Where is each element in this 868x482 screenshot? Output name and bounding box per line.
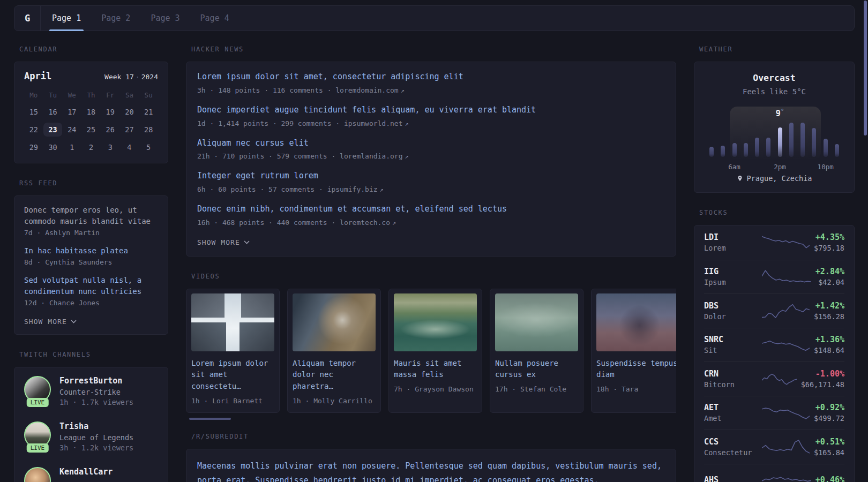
rss-item-title[interactable]: Sed volutpat nulla nisl, a condimentum n… [24, 275, 158, 297]
video-title[interactable]: Nullam posuere cursus ex [495, 358, 578, 381]
calendar-year: 2024 [141, 73, 158, 81]
video-meta: 17h · Stefan Cole [495, 385, 578, 393]
calendar-month: April [24, 71, 51, 81]
stock-sparkline [762, 336, 810, 353]
video-title[interactable]: Lorem ipsum dolor sit amet consectetu… [191, 358, 274, 393]
weather-bar [721, 146, 725, 157]
rss-item-title[interactable]: Donec tempor eros leo, ut commodo mauris… [24, 205, 158, 227]
stock-row[interactable]: CRN Bitcorn -1.00% $66,171.48 [704, 362, 844, 396]
weather-hourly-chart: 9° 9° 9° [709, 108, 839, 157]
rss-item-meta: 8d · Cynthia Saunders [24, 258, 158, 266]
stock-change: +2.84% [815, 267, 844, 276]
stock-row[interactable]: IIG Ipsum +2.84% $42.04 [704, 260, 844, 294]
external-link-icon: ↗ [403, 120, 409, 127]
twitch-channel-row: LIVE KendallCarr [24, 467, 158, 482]
stock-sparkline [762, 302, 810, 319]
hacker-news-item-title[interactable]: Donec imperdiet augue tincidunt felis al… [197, 105, 665, 115]
weather-bar [824, 139, 828, 157]
stock-ticker: IIG [704, 267, 758, 276]
stock-row[interactable]: LDI Lorem +4.35% $795.18 [704, 225, 844, 260]
stock-sparkline [762, 268, 811, 285]
weather-temp-value: 9 [776, 109, 781, 118]
rss-item-title[interactable]: In hac habitasse platea [24, 245, 158, 257]
calendar-day: 19 [101, 105, 120, 119]
stock-row[interactable]: SNRC Sit +1.36% $148.64 [704, 328, 844, 362]
twitch-widget-label: TWITCH CHANNELS [19, 351, 168, 358]
stock-row[interactable]: AHS +0.46% [704, 464, 844, 482]
subreddit-post-title[interactable]: Maecenas mollis pulvinar erat non posuer… [197, 459, 665, 482]
stock-identity: CCS Consectetur [704, 437, 758, 457]
external-link-icon: ↗ [390, 219, 396, 227]
stock-sparkline [762, 234, 810, 251]
weather-hour-label: 2pm [774, 163, 786, 171]
calendar-weekday: Sa [120, 89, 139, 101]
twitch-channel-meta: 1h · 1.7k viewers [59, 398, 133, 406]
page-tabs: Page 1 Page 2 Page 3 Page 4 [41, 6, 240, 31]
twitch-channel-name[interactable]: ForrestBurton [59, 376, 133, 386]
hacker-news-item-title[interactable]: Donec enim nibh, condimentum et accumsan… [197, 204, 665, 214]
hacker-news-item-title[interactable]: Aliquam nec cursus elit [197, 138, 665, 148]
video-title[interactable]: Suspendisse tempus diam [596, 358, 676, 381]
twitch-avatar[interactable]: LIVE [24, 376, 51, 403]
page-scrollbar-thumb[interactable] [864, 1, 867, 135]
video-card[interactable]: Mauris sit amet massa felis 7h · Grayson… [388, 289, 482, 413]
videos-widget-label: VIDEOS [191, 273, 676, 280]
video-title[interactable]: Mauris sit amet massa felis [394, 358, 477, 381]
weather-bar [732, 143, 737, 157]
rss-widget-label: RSS FEED [19, 179, 168, 187]
twitch-channel-name[interactable]: KendallCarr [59, 467, 113, 477]
stocks-card: LDI Lorem +4.35% $795.18 [694, 225, 855, 482]
twitch-avatar[interactable]: LIVE [24, 421, 51, 448]
videos-scrollbar-thumb[interactable] [189, 418, 231, 420]
stock-price: $499.72 [814, 414, 844, 423]
stock-ticker: CRN [704, 369, 758, 379]
hacker-news-show-more-button[interactable]: SHOW MORE [197, 238, 250, 246]
nav-tab[interactable]: Page 3 [140, 6, 190, 31]
stock-row[interactable]: AET Amet +0.92% $499.72 [704, 396, 844, 430]
stock-price: $42.04 [815, 278, 844, 287]
video-card[interactable]: Lorem ipsum dolor sit amet consectetu… 1… [186, 289, 280, 413]
calendar-day: 29 [24, 140, 43, 154]
stock-identity: CRN Bitcorn [704, 369, 758, 389]
hacker-news-item-title[interactable]: Lorem ipsum dolor sit amet, consectetur … [197, 72, 665, 82]
calendar-weekday: Mo [24, 89, 43, 101]
stock-price: $148.64 [814, 346, 844, 355]
calendar-day: 15 [24, 105, 43, 119]
stock-identity: AET Amet [704, 403, 758, 423]
stock-values: +1.36% $148.64 [814, 335, 844, 355]
rss-item: Donec tempor eros leo, ut commodo mauris… [24, 205, 158, 237]
stock-row[interactable]: DBS Dolor +1.42% $156.28 [704, 293, 844, 328]
nav-tab[interactable]: Page 4 [190, 6, 240, 31]
weather-hour-slot: 9° 6am [732, 143, 737, 157]
nav-tab[interactable]: Page 2 [91, 6, 140, 31]
video-title[interactable]: Aliquam tempor dolor nec pharetra… [293, 358, 376, 393]
hacker-news-item: Lorem ipsum dolor sit amet, consectetur … [197, 72, 665, 94]
video-card[interactable]: Nullam posuere cursus ex 17h · Stefan Co… [490, 289, 583, 413]
video-meta: 1h · Lori Barnett [191, 397, 274, 405]
video-card[interactable]: Aliquam tempor dolor nec pharetra… 1h · … [287, 289, 381, 413]
stock-ticker: DBS [704, 301, 758, 311]
video-meta: 1h · Molly Carrillo [293, 397, 376, 405]
hacker-news-item-meta: 1d · 1,414 points · 299 comments · ipsum… [197, 119, 665, 127]
app-logo[interactable]: G [14, 6, 41, 31]
rss-show-more-button[interactable]: SHOW MORE [24, 318, 77, 326]
stock-identity: SNRC Sit [704, 335, 758, 355]
hacker-news-item-title[interactable]: Integer eget rutrum lorem [197, 171, 665, 181]
hacker-news-item-meta-text: 1d · 1,414 points · 299 comments · ipsum… [197, 119, 403, 127]
twitch-avatar[interactable]: LIVE [24, 467, 51, 482]
weather-hour-label: 10pm [818, 163, 834, 171]
subreddit-post: Maecenas mollis pulvinar erat non posuer… [197, 459, 665, 482]
video-card[interactable]: Suspendisse tempus diam 18h · Tara [591, 289, 676, 413]
middle-column: HACKER NEWS Lorem ipsum dolor sit amet, … [186, 46, 676, 482]
stock-ticker: CCS [704, 437, 758, 447]
stock-values: +0.51% $165.84 [814, 437, 844, 457]
nav-tab[interactable]: Page 1 [42, 6, 91, 31]
weather-hour-slot: 9° [789, 123, 794, 157]
stock-identity: AHS [704, 475, 758, 482]
stock-row[interactable]: CCS Consectetur +0.51% $165.84 [704, 430, 844, 464]
location-pin-icon [737, 175, 743, 182]
external-link-icon: ↗ [378, 186, 384, 193]
videos-scrollbar-track [189, 418, 676, 420]
stock-name: Dolor [704, 312, 758, 321]
twitch-channel-name[interactable]: Trisha [59, 421, 133, 431]
